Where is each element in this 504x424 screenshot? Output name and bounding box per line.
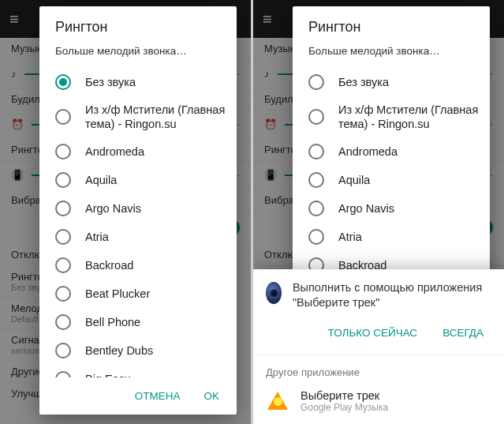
radio-icon [55, 286, 71, 302]
radio-icon [308, 201, 324, 216]
cancel-button[interactable]: ОТМЕНА [125, 384, 190, 408]
ringtone-option-label: Beat Plucker [85, 287, 150, 301]
ringtone-option[interactable]: Big Easy [55, 365, 230, 377]
radio-icon [55, 144, 71, 159]
ringtone-option-label: Aquila [85, 173, 117, 187]
ringtone-option-list: Без звукаИз х/ф Мстители (Главная тема) … [39, 68, 237, 377]
ringtone-option-list: Без звукаИз х/ф Мстители (Главная тема) … [293, 68, 490, 287]
radio-icon [308, 229, 324, 245]
ringtone-option[interactable]: Argo Navis [308, 194, 483, 223]
ringtone-option[interactable]: Aquila [55, 166, 230, 194]
ringtone-dialog: Рингтон Больше мелодий звонка… Без звука… [293, 6, 490, 287]
ringtone-option[interactable]: Без звука [308, 68, 483, 96]
sheet-prompt: Выполнить с помощью приложения "Выберите… [293, 280, 491, 311]
dialog-title: Рингтон [293, 6, 490, 40]
radio-icon [55, 257, 71, 273]
just-once-button[interactable]: ТОЛЬКО СЕЙЧАС [319, 321, 427, 345]
ok-button[interactable]: OK [194, 384, 229, 408]
ringtone-option[interactable]: Из х/ф Мстители (Главная тема) - Ringon.… [55, 96, 230, 137]
radio-icon [55, 229, 71, 245]
ringtone-option-label: Argo Navis [85, 201, 141, 216]
ringtone-option-label: Big Easy [85, 372, 130, 377]
always-button[interactable]: ВСЕГДА [433, 321, 493, 345]
ringtone-option[interactable]: Atria [55, 223, 230, 251]
ringtone-option[interactable]: Atria [308, 223, 483, 251]
ringtone-dialog: Рингтон Больше мелодий звонка… Без звука… [39, 6, 237, 415]
ringtone-option[interactable]: Argo Navis [55, 194, 230, 223]
radio-icon [55, 314, 71, 330]
ringtone-option-label: Без звука [85, 75, 136, 89]
ringtone-option[interactable]: Bentley Dubs [55, 336, 230, 365]
play-music-icon [266, 389, 289, 413]
ringtone-option-label: Bell Phone [85, 315, 140, 329]
radio-icon [55, 172, 71, 188]
ringtone-option[interactable]: Andromeda [55, 137, 230, 166]
open-with-sheet: Выполнить с помощью приложения "Выберите… [253, 269, 504, 424]
radio-icon [55, 109, 71, 125]
ringtone-option-label: Backroad [85, 258, 133, 272]
ringtone-option-label: Andromeda [338, 144, 398, 159]
other-app-row[interactable]: Выберите трек Google Play Музыка [253, 383, 504, 424]
ringtone-option-label: Из х/ф Мстители (Главная тема) - Ringon.… [85, 103, 230, 131]
radio-icon [55, 74, 71, 90]
ringtone-option[interactable]: Beat Plucker [55, 280, 230, 308]
other-app-header: Другое приложение [253, 355, 504, 383]
ringtone-option-label: Andromeda [85, 144, 144, 159]
other-app-subtitle: Google Play Музыка [301, 402, 388, 413]
ringtone-option[interactable]: Без звука [55, 68, 230, 96]
radio-icon [308, 172, 324, 188]
more-ringtones-link[interactable]: Больше мелодий звонка… [39, 40, 237, 68]
ringtone-option-label: Aquila [338, 173, 370, 187]
ringtone-option[interactable]: Bell Phone [55, 308, 230, 336]
radio-icon [308, 74, 324, 90]
ringtone-option-label: Argo Navis [338, 201, 394, 216]
app-icon [266, 282, 282, 304]
radio-icon [55, 201, 71, 216]
ringtone-option[interactable]: Backroad [55, 251, 230, 280]
ringtone-option-label: Bentley Dubs [85, 343, 153, 358]
more-ringtones-link[interactable]: Больше мелодий звонка… [293, 40, 490, 68]
radio-icon [308, 109, 324, 125]
radio-icon [308, 144, 324, 159]
ringtone-option[interactable]: Из х/ф Мстители (Главная тема) - Ringon.… [308, 96, 483, 137]
dialog-title: Рингтон [39, 6, 237, 40]
ringtone-option[interactable]: Aquila [308, 166, 483, 194]
ringtone-option[interactable]: Andromeda [308, 137, 483, 166]
radio-icon [55, 371, 71, 377]
ringtone-option-label: Без звука [338, 75, 389, 89]
radio-icon [55, 343, 71, 358]
other-app-title: Выберите трек [301, 389, 388, 402]
ringtone-option-label: Из х/ф Мстители (Главная тема) - Ringon.… [338, 103, 483, 131]
ringtone-option-label: Atria [85, 230, 109, 244]
ringtone-option-label: Atria [338, 230, 362, 244]
